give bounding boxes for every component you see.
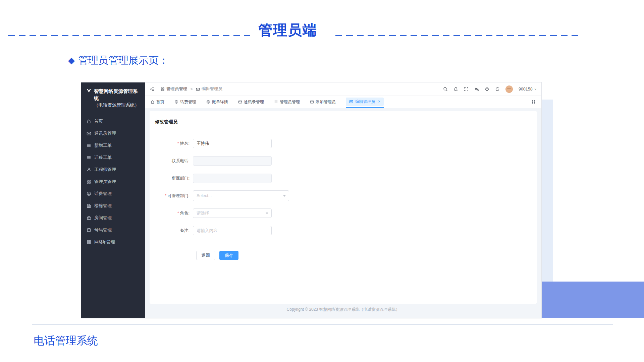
theme-icon[interactable] [485, 87, 489, 92]
field-label: 联系电话: [155, 158, 193, 164]
app-title: 智慧网络资源管理系统 [94, 88, 141, 102]
main-area: 管理员管理 > 编辑管理员 [145, 82, 541, 318]
breadcrumb-label: 管理员管理 [166, 86, 187, 92]
mail-icon [196, 87, 200, 91]
form-row-role: *角色: 请选择 [155, 208, 537, 218]
fullscreen-icon[interactable] [464, 87, 469, 92]
sidebar-item-label: 迁移工单 [94, 155, 112, 161]
sidebar-item-label: 网络ip管理 [94, 239, 115, 245]
sidebar-item-migrate-order[interactable]: 迁移工单 [81, 152, 145, 164]
logo-v-icon [87, 88, 91, 93]
breadcrumb: 管理员管理 > 编辑管理员 [161, 86, 222, 92]
save-button[interactable]: 保存 [219, 251, 238, 260]
sidebar-item-label: 管理员管理 [94, 179, 116, 185]
sidebar-item-label: 新增工单 [94, 142, 112, 148]
edit-admin-card: 修改管理员 *姓名: 联系电话: 所属部门: [150, 111, 537, 304]
required-mark: * [165, 193, 166, 198]
decor-blue-rect [542, 282, 644, 318]
card-divider [150, 130, 537, 130]
tab-label: 编辑管理员 [355, 99, 375, 105]
brand-text: 电话管理系统 [34, 334, 98, 348]
tab-contacts[interactable]: 通讯录管理 [238, 96, 264, 108]
tab-label: 首页 [156, 99, 164, 105]
tab-label: 通讯录管理 [244, 99, 264, 105]
app-subtitle: （电话资源管理系统） [94, 102, 141, 109]
tab-bill-detail[interactable]: 账单详情 [206, 96, 228, 108]
field-label: *可管理部门: [155, 193, 193, 199]
tab-label: 话费管理 [180, 99, 196, 105]
sidebar-item-label: 工程师管理 [94, 167, 116, 173]
close-icon[interactable]: × [378, 99, 380, 104]
sidebar-item-contacts[interactable]: 通讯录管理 [81, 127, 145, 139]
collapse-sidebar-icon[interactable] [150, 87, 155, 92]
app-screenshot: 智慧网络资源管理系统 （电话资源管理系统） 首页 通讯录管理 新增工单 [81, 82, 542, 318]
role-select[interactable]: 请选择 [193, 208, 272, 218]
tab-label: 管理员管理 [280, 99, 300, 105]
sidebar-nav: 首页 通讯录管理 新增工单 迁移工单 工程师管理 [81, 115, 145, 248]
form-row-department: 所属部门: [155, 174, 537, 183]
bank-icon [87, 216, 91, 220]
sidebar-item-building[interactable]: 楼栋管理 [81, 200, 145, 212]
list-icon [87, 143, 91, 148]
sidebar-item-label: 楼栋管理 [94, 203, 112, 209]
managed-departments-select[interactable]: Select... [193, 190, 289, 201]
mail-icon [87, 131, 91, 136]
tags-view-bar: 首页 话费管理 账单详情 通讯录管理 管理员管理 [145, 96, 541, 108]
form-row-managed-departments: *可管理部门: Select... [155, 191, 537, 200]
copyright-footer: Copyright © 2023 智慧网络资源管理系统（电话资源管理系统） [150, 307, 537, 312]
department-field [193, 174, 272, 183]
coin-icon [174, 100, 178, 104]
name-field[interactable] [193, 139, 272, 148]
coin-icon [206, 100, 210, 104]
search-icon[interactable] [443, 87, 448, 92]
sidebar-item-home[interactable]: 首页 [81, 115, 145, 127]
list-icon [87, 155, 91, 160]
sidebar-item-room[interactable]: 房间管理 [81, 212, 145, 224]
bottom-divider [32, 324, 613, 324]
remark-field[interactable] [193, 226, 272, 235]
user-icon [87, 167, 91, 172]
calendar-icon [87, 228, 91, 232]
sidebar-item-new-order[interactable]: 新增工单 [81, 139, 145, 152]
back-button[interactable]: 返回 [196, 251, 215, 260]
diamond-bullet-icon: ◆ [68, 55, 75, 66]
tab-edit-admin[interactable]: 编辑管理员 × [346, 96, 384, 108]
page-content: 修改管理员 *姓名: 联系电话: 所属部门: [145, 108, 541, 318]
mail-icon [238, 100, 242, 104]
breadcrumb-item-edit-admin: 编辑管理员 [196, 86, 223, 92]
sidebar-item-engineer[interactable]: 工程师管理 [81, 164, 145, 176]
tab-admin-management[interactable]: 管理员管理 [274, 96, 300, 108]
sidebar-item-admin[interactable]: 管理员管理 [81, 176, 145, 188]
bell-icon[interactable] [453, 87, 458, 92]
sidebar-item-call-fee[interactable]: 话费管理 [81, 188, 145, 200]
tab-add-admin[interactable]: 添加管理员 [310, 96, 336, 108]
coin-icon [87, 191, 91, 196]
card-title: 修改管理员 [155, 119, 537, 125]
slide: 管理员端 ◆ 管理员管理展示页： 智慧网络资源管理系统 （电话资源管理系统） [0, 0, 644, 362]
avatar[interactable] [505, 85, 513, 93]
tab-home[interactable]: 首页 [151, 96, 164, 108]
user-menu[interactable]: 900158 ∨ [519, 87, 537, 92]
translate-icon[interactable] [474, 87, 479, 92]
tab-call-fee[interactable]: 话费管理 [174, 96, 196, 108]
sidebar-item-number[interactable]: 号码管理 [81, 224, 145, 236]
tabs-panel-icon[interactable] [531, 100, 536, 104]
breadcrumb-separator: > [191, 87, 193, 92]
mail-icon [310, 100, 314, 104]
edit-admin-form: *姓名: 联系电话: 所属部门: *可管理部门: [155, 139, 537, 260]
breadcrumb-label: 编辑管理员 [202, 86, 223, 92]
home-icon [87, 119, 91, 124]
field-label: 备注: [155, 228, 193, 234]
navbar: 管理员管理 > 编辑管理员 [145, 82, 541, 96]
slide-title: 管理员端 [258, 21, 317, 40]
command-icon [161, 87, 165, 91]
sidebar-item-network-ip[interactable]: 网络ip管理 [81, 236, 145, 248]
field-label: *姓名: [155, 141, 193, 146]
required-mark: * [177, 141, 179, 146]
form-row-phone: 联系电话: [155, 156, 537, 166]
title-dash-right [335, 35, 580, 36]
refresh-icon[interactable] [495, 87, 500, 92]
breadcrumb-item-admin-management[interactable]: 管理员管理 [161, 86, 187, 92]
navbar-right: 900158 ∨ [443, 85, 537, 93]
sidebar-item-label: 通讯录管理 [94, 130, 116, 136]
